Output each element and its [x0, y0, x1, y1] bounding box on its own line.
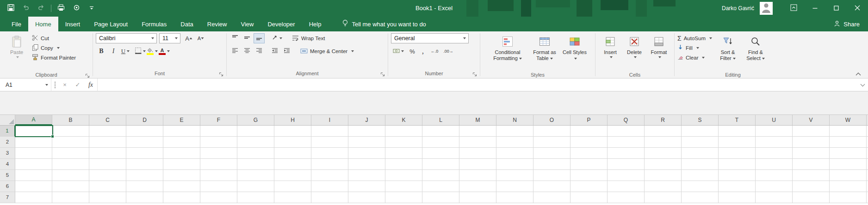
align-top-button[interactable] [229, 33, 241, 43]
user-avatar[interactable] [760, 2, 773, 15]
row-header-4[interactable]: 4 [0, 159, 15, 170]
format-as-table-button[interactable]: Format as Table [528, 33, 561, 71]
column-header-Q[interactable]: Q [608, 115, 645, 125]
align-left-button[interactable] [229, 46, 241, 56]
quick-print-button[interactable] [54, 1, 68, 15]
paste-button[interactable]: Paste [5, 33, 29, 71]
font-dialog-launcher[interactable] [218, 71, 224, 77]
maximize-button[interactable] [825, 0, 847, 17]
column-header-F[interactable]: F [200, 115, 237, 125]
column-header-D[interactable]: D [126, 115, 163, 125]
tab-review[interactable]: Review [200, 17, 234, 31]
close-button[interactable] [847, 0, 868, 17]
row-3-cells[interactable] [15, 148, 868, 159]
row-5-cells[interactable] [15, 170, 868, 181]
collapse-ribbon-button[interactable] [854, 70, 862, 77]
fill-button[interactable]: Fill [677, 43, 712, 53]
column-header-L[interactable]: L [422, 115, 459, 125]
row-6-cells[interactable] [15, 181, 868, 192]
font-size-combo[interactable]: 11 [159, 33, 180, 43]
formula-input[interactable] [97, 78, 857, 91]
bold-button[interactable]: B [96, 46, 107, 56]
row-header-3[interactable]: 3 [0, 148, 15, 159]
tab-file[interactable]: File [5, 17, 28, 31]
column-header-H[interactable]: H [274, 115, 311, 125]
enter-button[interactable]: ✓ [71, 78, 84, 91]
tab-data[interactable]: Data [174, 17, 200, 31]
column-header-E[interactable]: E [163, 115, 200, 125]
ribbon-display-options-button[interactable] [783, 0, 804, 17]
decrease-indent-button[interactable] [269, 46, 280, 56]
insert-cells-button[interactable]: Insert [599, 33, 621, 71]
fill-handle[interactable] [51, 135, 54, 138]
cell-styles-button[interactable]: Cell Styles [563, 33, 587, 71]
cancel-button[interactable]: × [58, 78, 71, 91]
tab-formulas[interactable]: Formulas [135, 17, 174, 31]
column-header-S[interactable]: S [682, 115, 719, 125]
tab-help[interactable]: Help [302, 17, 329, 31]
italic-button[interactable]: I [108, 46, 119, 56]
cut-button[interactable]: Cut [31, 33, 77, 43]
redo-button[interactable] [34, 1, 48, 15]
column-header-J[interactable]: J [348, 115, 385, 125]
column-header-A[interactable]: A [15, 115, 52, 125]
row-header-6[interactable]: 6 [0, 181, 15, 192]
row-2-cells[interactable] [15, 137, 868, 148]
column-header-M[interactable]: M [459, 115, 496, 125]
delete-cells-button[interactable]: Delete [623, 33, 645, 71]
select-all-corner[interactable] [0, 115, 15, 125]
wrap-text-button[interactable]: Wrap Text [291, 34, 326, 43]
align-middle-button[interactable] [242, 33, 253, 43]
customize-quick-access-toolbar-button[interactable] [85, 1, 99, 15]
conditional-formatting-button[interactable]: Conditional Formatting [489, 33, 527, 71]
row-header-7[interactable]: 7 [0, 192, 15, 203]
column-header-U[interactable]: U [756, 115, 793, 125]
increase-indent-button[interactable] [281, 46, 292, 56]
tab-page-layout[interactable]: Page Layout [87, 17, 135, 31]
clipboard-dialog-launcher[interactable] [84, 72, 90, 78]
percent-style-button[interactable]: % [407, 46, 418, 56]
row-header-2[interactable]: 2 [0, 137, 15, 148]
format-painter-button[interactable]: Format Painter [31, 53, 77, 62]
column-header-P[interactable]: P [570, 115, 608, 125]
column-header-I[interactable]: I [311, 115, 348, 125]
tab-developer[interactable]: Developer [260, 17, 302, 31]
column-header-O[interactable]: O [533, 115, 570, 125]
tell-me-search[interactable]: Tell me what you want to do [342, 17, 426, 31]
row-4-cells[interactable] [15, 159, 868, 170]
row-header-1[interactable]: 1 [0, 126, 15, 137]
column-header-B[interactable]: B [52, 115, 89, 125]
column-header-R[interactable]: R [645, 115, 682, 125]
column-header-C[interactable]: C [89, 115, 126, 125]
copy-button[interactable]: Copy [31, 43, 77, 53]
format-cells-button[interactable]: Format [647, 33, 670, 71]
clear-button[interactable]: Clear [677, 53, 712, 62]
merge-and-center-button[interactable]: Merge & Center [299, 47, 355, 56]
expand-formula-bar-button[interactable] [857, 78, 868, 91]
align-bottom-button[interactable] [254, 33, 265, 43]
column-header-N[interactable]: N [496, 115, 533, 125]
alignment-dialog-launcher[interactable] [379, 71, 385, 77]
row-7-cells[interactable] [15, 192, 868, 203]
name-box[interactable]: A1 [0, 78, 51, 91]
number-format-combo[interactable]: General [391, 33, 469, 43]
font-family-combo[interactable]: Calibri [96, 33, 157, 43]
fill-color-button[interactable] [147, 46, 158, 56]
sort-filter-button[interactable]: Sort & Filter [716, 33, 740, 71]
borders-button[interactable] [135, 46, 146, 56]
align-center-button[interactable] [242, 46, 253, 56]
orientation-button[interactable] [269, 33, 284, 43]
tab-view[interactable]: View [234, 17, 260, 31]
formula-bar-splitter[interactable] [51, 78, 58, 91]
column-header-W[interactable]: W [830, 115, 867, 125]
save-button[interactable] [4, 1, 18, 15]
undo-button[interactable] [19, 1, 33, 15]
autosum-button[interactable]: Σ AutoSum [677, 33, 712, 43]
increase-font-size-button[interactable]: A [183, 33, 194, 43]
insert-function-button[interactable]: fx [84, 78, 97, 91]
decrease-decimal-button[interactable]: .00→ [442, 46, 455, 56]
row-1-cells[interactable] [15, 126, 868, 137]
font-color-button[interactable]: A [159, 46, 170, 56]
minimize-button[interactable] [804, 0, 825, 17]
accounting-format-button[interactable] [391, 46, 406, 56]
